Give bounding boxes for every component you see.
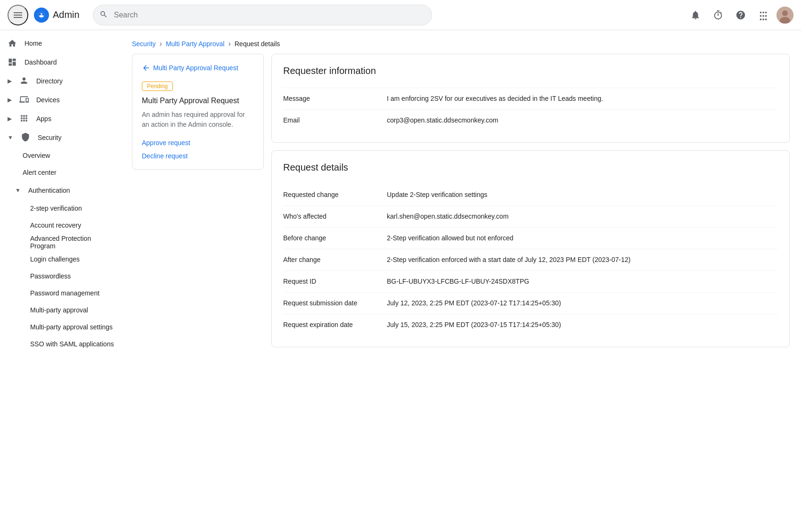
- sidebar-item-2step[interactable]: 2-step verification: [0, 200, 117, 217]
- search-bar: [93, 5, 432, 25]
- sidebar-item-dashboard[interactable]: Dashboard: [0, 53, 117, 72]
- breadcrumb-current: Request details: [235, 40, 280, 48]
- directory-expand-icon: ▶: [8, 78, 12, 84]
- avatar[interactable]: [776, 7, 793, 24]
- sidebar-item-passwordless[interactable]: Passwordless: [0, 268, 117, 285]
- decline-request-button[interactable]: Decline request: [142, 152, 188, 160]
- notifications-icon[interactable]: [686, 6, 705, 25]
- logo[interactable]: Admin: [34, 8, 80, 23]
- devices-expand-icon: ▶: [8, 97, 12, 103]
- svg-point-2: [782, 10, 788, 16]
- request-details-title: Request details: [283, 162, 778, 173]
- pending-badge: Pending: [142, 82, 173, 91]
- detail-value-3: 2-Step verification enforced with a star…: [387, 255, 778, 265]
- detail-label-3: After change: [283, 255, 377, 265]
- sidebar-item-security[interactable]: ▼ Security: [0, 128, 121, 147]
- app-title: Admin: [53, 9, 80, 20]
- detail-label-0: Requested change: [283, 190, 377, 200]
- home-icon: [8, 39, 17, 48]
- sidebar-item-password-management[interactable]: Password management: [0, 285, 117, 302]
- breadcrumb-sep-1: ›: [160, 40, 162, 48]
- sidebar-item-home[interactable]: Home: [0, 34, 117, 53]
- requester-info-title: Requester information: [283, 65, 778, 76]
- security-icon: [21, 132, 30, 143]
- breadcrumb-sep-2: ›: [228, 40, 230, 48]
- sidebar-alert-label: Alert center: [23, 169, 57, 176]
- sidebar-item-devices[interactable]: ▶ Devices: [0, 90, 121, 109]
- sidebar-login-challenges-label: Login challenges: [30, 255, 80, 263]
- detail-label-6: Request expiration date: [283, 320, 377, 330]
- dashboard-icon: [8, 57, 17, 67]
- detail-label-5: Request submission date: [283, 298, 377, 308]
- request-details-rows: Requested change Update 2-Step verificat…: [283, 184, 778, 336]
- apps-icon: [19, 114, 29, 124]
- sidebar-item-multi-party-settings[interactable]: Multi-party approval settings: [0, 319, 117, 336]
- sidebar-advanced-protection-label: Advanced Protection Program: [30, 235, 117, 250]
- sidebar-sso-saml-label: SSO with SAML applications: [30, 340, 114, 348]
- sidebar-directory-label: Directory: [36, 77, 63, 85]
- apps-expand-icon: ▶: [8, 115, 12, 122]
- detail-label-4: Request ID: [283, 277, 377, 286]
- request-detail-row-6: Request expiration date July 15, 2023, 2…: [283, 314, 778, 336]
- breadcrumb-security[interactable]: Security: [132, 40, 156, 48]
- sidebar-security-label: Security: [38, 134, 62, 141]
- detail-value-1: karl.shen@open.static.ddsecmonkey.com: [387, 212, 778, 221]
- email-label: Email: [283, 115, 377, 125]
- requester-message-row: Message I am enforcing 2SV for our execu…: [283, 88, 778, 109]
- approve-request-button[interactable]: Approve request: [142, 139, 190, 147]
- timer-icon[interactable]: [709, 6, 727, 25]
- sidebar-item-overview[interactable]: Overview: [0, 147, 117, 164]
- right-content: Requester information Message I am enfor…: [271, 54, 790, 521]
- help-icon[interactable]: [731, 6, 750, 25]
- detail-label-1: Who's affected: [283, 212, 377, 221]
- back-link[interactable]: Multi Party Approval Request: [142, 64, 254, 72]
- requester-email-row: Email corp3@open.static.ddsecmonkey.com: [283, 109, 778, 131]
- detail-value-4: BG-LF-UBUYX3-LFCBG-LF-UBUY-24SDX8TPG: [387, 277, 778, 286]
- message-label: Message: [283, 94, 377, 104]
- request-detail-row-0: Requested change Update 2-Step verificat…: [283, 184, 778, 205]
- menu-icon[interactable]: [8, 5, 28, 25]
- security-expand-icon: ▼: [8, 134, 13, 141]
- sidebar-item-multi-party-approval[interactable]: Multi-party approval: [0, 302, 117, 319]
- sidebar-item-alert-center[interactable]: Alert center: [0, 164, 117, 181]
- main-layout: Home Dashboard ▶ Directory ▶ Devices ▶: [0, 30, 801, 532]
- authentication-section[interactable]: ▼ Authentication: [0, 181, 121, 200]
- content-area: Security › Multi Party Approval › Reques…: [121, 30, 801, 532]
- sidebar-password-management-label: Password management: [30, 289, 99, 297]
- breadcrumb: Security › Multi Party Approval › Reques…: [121, 30, 801, 54]
- sidebar-item-apps[interactable]: ▶ Apps: [0, 109, 121, 128]
- grid-icon[interactable]: [754, 6, 773, 25]
- sidebar-multi-party-label: Multi-party approval: [30, 306, 88, 314]
- page-body: Multi Party Approval Request Pending Mul…: [121, 54, 801, 532]
- topbar: Admin: [0, 0, 801, 30]
- requester-info-card: Requester information Message I am enfor…: [271, 54, 790, 143]
- sidebar-apps-label: Apps: [36, 115, 51, 123]
- breadcrumb-multi-party[interactable]: Multi Party Approval: [166, 40, 225, 48]
- sidebar-item-advanced-protection[interactable]: Advanced Protection Program: [0, 234, 117, 251]
- request-detail-row-3: After change 2-Step verification enforce…: [283, 249, 778, 270]
- search-input[interactable]: [93, 5, 432, 25]
- email-value: corp3@open.static.ddsecmonkey.com: [387, 115, 778, 125]
- sidebar-dashboard-label: Dashboard: [25, 58, 57, 66]
- sidebar-item-account-recovery[interactable]: Account recovery: [0, 217, 117, 234]
- logo-circle: [34, 8, 49, 23]
- sidebar-passwordless-label: Passwordless: [30, 272, 71, 280]
- request-detail-row-4: Request ID BG-LF-UBUYX3-LFCBG-LF-UBUY-24…: [283, 270, 778, 292]
- sidebar-2step-label: 2-step verification: [30, 205, 82, 212]
- sidebar-overview-label: Overview: [23, 152, 50, 159]
- sidebar-item-directory[interactable]: ▶ Directory: [0, 72, 121, 90]
- left-panel-card: Multi Party Approval Request Pending Mul…: [132, 54, 264, 170]
- sidebar-multi-party-settings-label: Multi-party approval settings: [30, 323, 113, 331]
- back-link-label: Multi Party Approval Request: [153, 64, 238, 72]
- auth-expand-icon: ▼: [15, 187, 21, 194]
- detail-value-0: Update 2-Step verification settings: [387, 190, 778, 200]
- sidebar: Home Dashboard ▶ Directory ▶ Devices ▶: [0, 30, 121, 532]
- topbar-actions: [686, 6, 793, 25]
- sidebar-item-sso-saml[interactable]: SSO with SAML applications: [0, 336, 117, 352]
- detail-value-2: 2-Step verification allowed but not enfo…: [387, 233, 778, 243]
- sidebar-item-login-challenges[interactable]: Login challenges: [0, 251, 117, 268]
- devices-icon: [19, 95, 29, 106]
- sidebar-devices-label: Devices: [36, 96, 60, 104]
- request-detail-row-2: Before change 2-Step verification allowe…: [283, 227, 778, 249]
- search-icon: [99, 10, 108, 20]
